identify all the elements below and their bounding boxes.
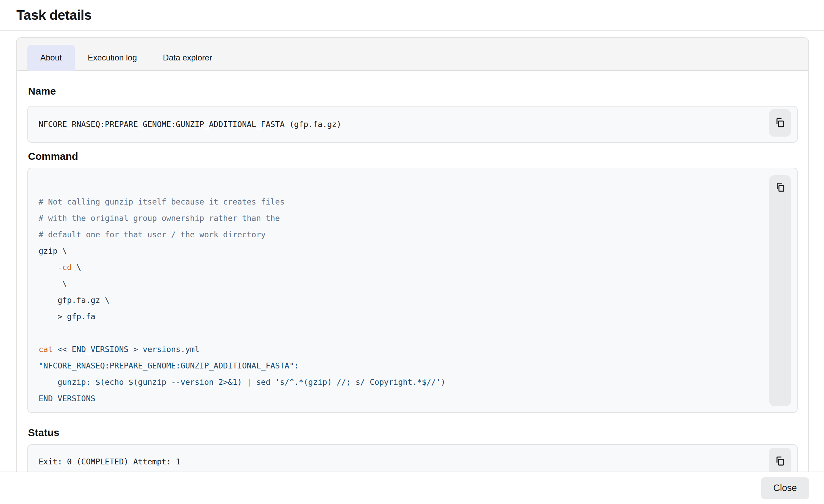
page-title: Task details xyxy=(16,8,92,23)
close-button[interactable]: Close xyxy=(761,477,809,499)
copy-status-button[interactable] xyxy=(769,448,791,472)
modal-footer: Close xyxy=(0,472,824,504)
tab-about[interactable]: About xyxy=(27,45,75,71)
name-box: NFCORE_RNASEQ:PREPARE_GENOME:GUNZIP_ADDI… xyxy=(27,106,798,143)
command-box: # Not calling gunzip itself because it c… xyxy=(27,168,798,413)
command-scrollbar-track[interactable] xyxy=(769,175,791,406)
status-value: Exit: 0 (COMPLETED) Attempt: 1 xyxy=(39,457,180,466)
tab-execution-log[interactable]: Execution log xyxy=(75,45,150,71)
command-heading: Command xyxy=(28,150,798,163)
status-box: Exit: 0 (COMPLETED) Attempt: 1 xyxy=(27,444,798,472)
title-bar: Task details xyxy=(0,0,824,31)
task-details-card: About Execution log Data explorer Name N… xyxy=(16,37,809,472)
copy-icon xyxy=(774,456,785,467)
copy-name-button[interactable] xyxy=(769,109,791,137)
tab-panel-about: Name NFCORE_RNASEQ:PREPARE_GENOME:GUNZIP… xyxy=(17,85,808,472)
name-heading: Name xyxy=(28,85,798,97)
status-heading: Status xyxy=(28,426,798,439)
copy-icon xyxy=(774,117,785,129)
tab-bar: About Execution log Data explorer xyxy=(17,38,808,71)
copy-command-button[interactable] xyxy=(772,179,788,196)
command-code: # Not calling gunzip itself because it c… xyxy=(39,177,756,407)
tab-data-explorer[interactable]: Data explorer xyxy=(150,45,225,71)
copy-icon xyxy=(775,182,786,194)
task-name-value: NFCORE_RNASEQ:PREPARE_GENOME:GUNZIP_ADDI… xyxy=(39,120,341,129)
modal-body: About Execution log Data explorer Name N… xyxy=(0,31,824,472)
